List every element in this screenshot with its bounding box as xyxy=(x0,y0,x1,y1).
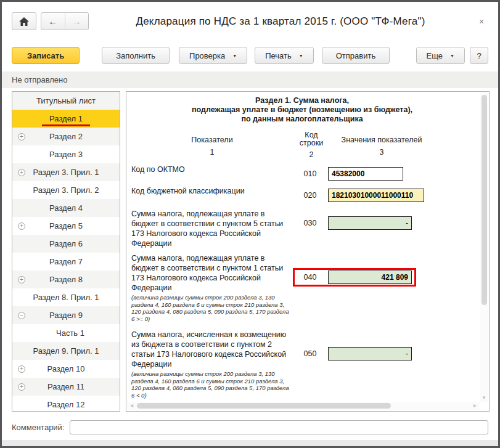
form-panel: Раздел 1. Сумма налога, подлежащая уплат… xyxy=(126,91,490,412)
column-number-3: 3 xyxy=(330,144,433,157)
print-button[interactable]: Печать ▼ xyxy=(255,47,314,64)
row-label-text: Сумма налога, исчисленная к возмещению и… xyxy=(131,330,293,369)
sidebar-item-13[interactable]: Часть 1 xyxy=(12,324,120,342)
collapse-minus-icon[interactable]: − xyxy=(18,312,25,319)
expand-plus-icon[interactable]: + xyxy=(18,383,25,391)
sidebar-item-8[interactable]: Раздел 6 xyxy=(12,235,120,253)
column-number-1: 1 xyxy=(131,144,293,157)
vertical-scrollbar-thumb[interactable] xyxy=(482,95,487,305)
column-number-2: 2 xyxy=(293,147,330,159)
row-code: 040 xyxy=(297,273,323,282)
row-label: Сумма налога, подлежащая уплате в бюджет… xyxy=(131,209,293,248)
form-column-headers: Показатели 1 Код строки 2 Значения показ… xyxy=(131,131,473,159)
sidebar-item-label: Титульный лист xyxy=(36,96,96,105)
more-button[interactable]: Еще ▼ xyxy=(416,47,465,64)
expand-plus-icon[interactable]: + xyxy=(18,133,25,141)
sidebar-item-label: Раздел 2 xyxy=(49,132,83,141)
sidebar-item-15[interactable]: +Раздел 10 xyxy=(12,360,120,378)
fill-button-label: Заполнить xyxy=(116,51,155,60)
sidebar-item-10[interactable]: +Раздел 8 xyxy=(12,271,120,288)
sidebar-item-5[interactable]: Раздел 3. Прил. 2 xyxy=(12,181,120,199)
print-button-label: Печать xyxy=(265,51,292,60)
sidebar-item-9[interactable]: Раздел 7 xyxy=(12,253,120,271)
form-row-010: Код по ОКТМО01045382000 xyxy=(131,165,473,183)
sidebar-item-4[interactable]: +Раздел 3. Прил. 1 xyxy=(12,163,120,181)
row-note: (величина разницы суммы строк 200 раздел… xyxy=(131,294,293,322)
sidebar-item-17[interactable]: Раздел 12 xyxy=(12,396,120,412)
field-010[interactable]: 45382000 xyxy=(328,167,403,181)
row-label-text: Код по ОКТМО xyxy=(131,165,293,174)
sidebar-item-label: Раздел 6 xyxy=(49,239,83,248)
check-button[interactable]: Проверка ▼ xyxy=(179,47,247,64)
app-window: ← → Декларация по НДС за 1 квартал 2015 … xyxy=(0,0,500,448)
horizontal-scrollbar[interactable]: ◄ ► xyxy=(127,402,480,410)
sidebar-item-7[interactable]: +Раздел 5 xyxy=(12,217,120,235)
expand-plus-icon[interactable]: + xyxy=(18,276,25,283)
page-title: Декларация по НДС за 1 квартал 2015 г. (… xyxy=(89,15,472,28)
fill-button[interactable]: Заполнить xyxy=(102,47,170,64)
sidebar-item-label: Часть 1 xyxy=(47,328,84,338)
sidebar-item-14[interactable]: Раздел 9. Прил. 1 xyxy=(12,342,120,360)
form-row-050: Сумма налога, исчисленная к возмещению и… xyxy=(131,330,473,399)
expand-plus-icon[interactable]: + xyxy=(18,222,25,230)
row-label-text: Сумма налога, подлежащая уплате в бюджет… xyxy=(131,209,293,248)
comment-label: Комментарий: xyxy=(12,423,65,432)
help-icon: ? xyxy=(477,51,481,60)
save-button-label: Записать xyxy=(27,51,64,60)
form-title-line3: по данным налогоплательщика xyxy=(131,115,473,124)
sidebar-item-label: Раздел 9 xyxy=(49,311,83,320)
sidebar-item-16[interactable]: +Раздел 11 xyxy=(12,378,120,396)
expand-plus-icon[interactable]: + xyxy=(18,169,25,176)
field-040[interactable]: 421 809 xyxy=(328,271,412,284)
expand-plus-icon[interactable]: + xyxy=(18,365,25,373)
close-icon: × xyxy=(479,17,484,26)
forward-button[interactable]: → xyxy=(65,13,89,30)
field-050[interactable]: - xyxy=(328,347,412,360)
vertical-scrollbar[interactable]: ▼ xyxy=(480,92,488,402)
form-row-030: Сумма налога, подлежащая уплате в бюджет… xyxy=(131,209,473,248)
home-button[interactable] xyxy=(12,12,36,30)
help-button[interactable]: ? xyxy=(470,47,488,64)
back-button[interactable]: ← xyxy=(41,13,65,30)
scroll-down-icon[interactable]: ▼ xyxy=(482,395,486,401)
comment-input[interactable] xyxy=(70,420,489,434)
nav-button-group: ← → xyxy=(41,12,89,30)
body-area: Титульный листРаздел 1+Раздел 2Раздел 3+… xyxy=(2,88,498,412)
column-header-code: Код строки 2 xyxy=(293,131,330,159)
field-030[interactable]: - xyxy=(328,216,412,230)
sidebar-item-3[interactable]: Раздел 3 xyxy=(12,145,120,163)
sidebar-item-12[interactable]: −Раздел 9 xyxy=(12,306,120,324)
form-title-line2: подлежащая уплате в бюджет (возмещению и… xyxy=(131,105,473,115)
sidebar-item-label: Раздел 4 xyxy=(49,203,83,213)
save-button[interactable]: Записать xyxy=(12,47,80,64)
sidebar-item-label: Раздел 9. Прил. 1 xyxy=(33,346,99,356)
row-field-group: 030- xyxy=(293,214,416,232)
sidebar-item-11[interactable]: Раздел 8. Прил. 1 xyxy=(12,288,120,306)
row-label: Код бюджетной классификации xyxy=(131,186,293,196)
horizontal-scrollbar-thumb[interactable] xyxy=(137,403,391,409)
row-label: Код по ОКТМО xyxy=(131,165,293,174)
send-button-label: Отправить xyxy=(336,51,375,60)
dropdown-arrow-icon: ▼ xyxy=(299,54,303,58)
sidebar-item-0[interactable]: Титульный лист xyxy=(12,92,120,110)
status-text: Не отправлено xyxy=(12,75,67,84)
field-020[interactable]: 18210301000011000110 xyxy=(328,189,424,202)
back-arrow-icon: ← xyxy=(48,16,57,26)
row-code: 050 xyxy=(297,349,323,358)
check-button-label: Проверка xyxy=(189,51,225,60)
sidebar-item-label: Раздел 12 xyxy=(47,400,84,409)
row-code: 030 xyxy=(297,219,323,227)
column-header-values: Значения показателей 3 xyxy=(330,131,433,159)
scroll-left-icon[interactable]: ◄ xyxy=(129,402,134,409)
scroll-right-icon[interactable]: ► xyxy=(472,402,478,409)
sidebar-item-6[interactable]: Раздел 4 xyxy=(12,199,120,217)
sidebar-item-2[interactable]: +Раздел 2 xyxy=(12,128,120,145)
more-button-label: Еще xyxy=(427,51,443,60)
sidebar-section-list: Титульный листРаздел 1+Раздел 2Раздел 3+… xyxy=(12,91,120,412)
row-label: Сумма налога, подлежащая уплате в бюджет… xyxy=(131,253,293,322)
sidebar-item-label: Раздел 10 xyxy=(47,364,84,373)
sidebar-item-1[interactable]: Раздел 1 xyxy=(12,110,120,128)
dropdown-arrow-icon: ▼ xyxy=(232,54,237,58)
close-button[interactable]: × xyxy=(475,17,488,26)
send-button[interactable]: Отправить xyxy=(322,47,390,64)
